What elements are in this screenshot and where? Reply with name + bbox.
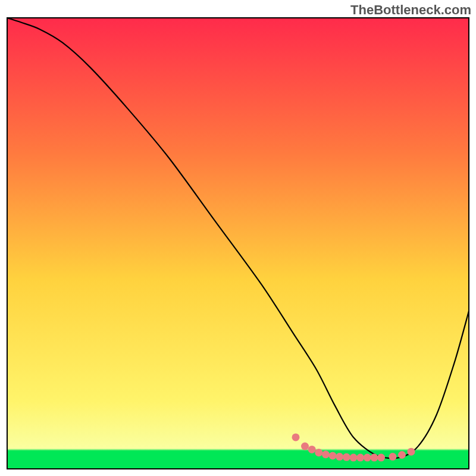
highlight-point	[389, 453, 396, 461]
highlight-point	[408, 448, 415, 456]
highlight-point	[398, 451, 406, 459]
highlight-point	[308, 446, 316, 453]
highlight-point	[377, 454, 385, 462]
attribution-text: TheBottleneck.com	[350, 2, 471, 18]
highlight-point	[315, 449, 322, 456]
highlight-point	[356, 454, 364, 462]
highlight-point	[329, 452, 337, 460]
highlight-point	[301, 443, 309, 450]
highlight-point	[292, 433, 300, 441]
gradient-background	[7, 18, 469, 469]
highlight-point	[350, 454, 358, 462]
highlight-point	[364, 454, 371, 462]
highlight-point	[322, 450, 330, 458]
bottleneck-chart	[0, 0, 476, 476]
highlight-point	[336, 453, 343, 461]
highlight-point	[343, 453, 350, 461]
highlight-point	[370, 454, 378, 462]
